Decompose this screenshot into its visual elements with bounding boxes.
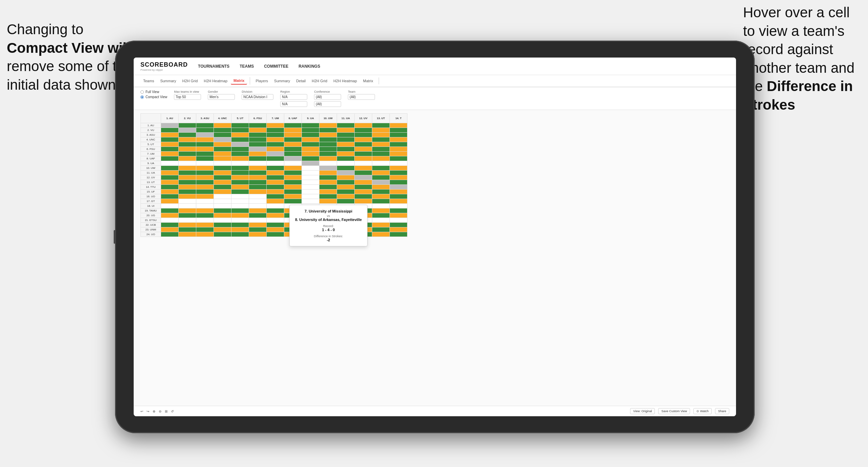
matrix-cell-14-0[interactable] (161, 190, 179, 194)
matrix-cell-6-3[interactable] (214, 152, 231, 156)
matrix-cell-2-4[interactable] (231, 133, 249, 137)
tab-h2h-heatmap1[interactable]: H2H Heatmap (201, 77, 230, 84)
matrix-cell-2-6[interactable] (267, 133, 284, 137)
matrix-cell-2-7[interactable] (284, 133, 302, 137)
matrix-cell-6-10[interactable] (337, 152, 355, 156)
matrix-cell-17-3[interactable] (214, 204, 231, 208)
matrix-cell-8-6[interactable] (267, 161, 284, 166)
matrix-cell-2-12[interactable] (372, 133, 390, 137)
matrix-cell-2-5[interactable] (249, 133, 267, 137)
matrix-cell-13-6[interactable] (267, 185, 284, 190)
tab-matrix1[interactable]: Matrix (231, 77, 247, 85)
matrix-cell-21-2[interactable] (196, 223, 214, 227)
matrix-cell-23-6[interactable] (267, 232, 284, 237)
matrix-cell-0-9[interactable] (319, 123, 337, 128)
matrix-cell-16-0[interactable] (161, 199, 179, 204)
matrix-cell-1-13[interactable] (390, 128, 407, 133)
matrix-cell-4-7[interactable] (284, 142, 302, 147)
matrix-cell-3-4[interactable] (231, 137, 249, 142)
matrix-cell-11-1[interactable] (179, 175, 196, 180)
matrix-cell-1-5[interactable] (249, 128, 267, 133)
tab-h2h-heatmap2[interactable]: H2H Heatmap (331, 77, 360, 84)
matrix-cell-22-2[interactable] (196, 227, 214, 232)
matrix-cell-3-12[interactable] (372, 137, 390, 142)
compact-view-radio[interactable] (140, 95, 144, 99)
matrix-cell-3-8[interactable] (302, 137, 319, 142)
matrix-cell-9-13[interactable] (390, 166, 407, 171)
matrix-cell-2-11[interactable] (355, 133, 372, 137)
matrix-cell-17-6[interactable] (267, 204, 284, 208)
matrix-cell-11-5[interactable] (249, 175, 267, 180)
matrix-cell-9-8[interactable] (302, 166, 319, 171)
matrix-cell-23-4[interactable] (231, 232, 249, 237)
matrix-cell-5-11[interactable] (355, 147, 372, 152)
matrix-cell-1-1[interactable] (179, 128, 196, 133)
matrix-cell-5-7[interactable] (284, 147, 302, 152)
matrix-cell-10-2[interactable] (196, 171, 214, 175)
matrix-cell-16-12[interactable] (372, 199, 390, 204)
matrix-cell-5-12[interactable] (372, 147, 390, 152)
matrix-cell-1-10[interactable] (337, 128, 355, 133)
matrix-cell-3-9[interactable] (319, 137, 337, 142)
matrix-cell-10-5[interactable] (249, 171, 267, 175)
matrix-cell-17-13[interactable] (390, 204, 407, 208)
matrix-cell-15-10[interactable] (337, 194, 355, 199)
matrix-cell-0-13[interactable] (390, 123, 407, 128)
matrix-cell-12-12[interactable] (372, 180, 390, 185)
matrix-cell-2-9[interactable] (319, 133, 337, 137)
matrix-cell-12-10[interactable] (337, 180, 355, 185)
matrix-cell-19-0[interactable] (161, 213, 179, 218)
matrix-cell-11-11[interactable] (355, 175, 372, 180)
matrix-cell-3-2[interactable] (196, 137, 214, 142)
matrix-cell-17-1[interactable] (179, 204, 196, 208)
matrix-cell-3-5[interactable] (249, 137, 267, 142)
matrix-cell-14-12[interactable] (372, 190, 390, 194)
matrix-cell-8-9[interactable] (319, 161, 337, 166)
matrix-cell-10-6[interactable] (267, 171, 284, 175)
matrix-cell-11-8[interactable] (302, 175, 319, 180)
matrix-cell-1-11[interactable] (355, 128, 372, 133)
matrix-cell-7-13[interactable] (390, 156, 407, 161)
matrix-cell-5-13[interactable] (390, 147, 407, 152)
matrix-cell-0-10[interactable] (337, 123, 355, 128)
view-original-button[interactable]: View: Original (630, 408, 655, 414)
matrix-cell-10-13[interactable] (390, 171, 407, 175)
matrix-cell-23-5[interactable] (249, 232, 267, 237)
toolbar-icon3[interactable]: ⊕ (153, 409, 155, 413)
toolbar-icon6[interactable]: ↺ (171, 409, 174, 413)
matrix-cell-13-9[interactable] (319, 185, 337, 190)
matrix-cell-6-12[interactable] (372, 152, 390, 156)
matrix-cell-2-8[interactable] (302, 133, 319, 137)
matrix-cell-4-1[interactable] (179, 142, 196, 147)
tab-h2h-grid2[interactable]: H2H Grid (309, 77, 330, 84)
matrix-cell-11-4[interactable] (231, 175, 249, 180)
matrix-cell-9-2[interactable] (196, 166, 214, 171)
save-custom-button[interactable]: Save Custom View (658, 408, 690, 414)
matrix-cell-7-8[interactable] (302, 156, 319, 161)
matrix-cell-4-2[interactable] (196, 142, 214, 147)
matrix-cell-15-9[interactable] (319, 194, 337, 199)
matrix-cell-15-13[interactable] (390, 194, 407, 199)
matrix-cell-0-12[interactable] (372, 123, 390, 128)
matrix-cell-22-3[interactable] (214, 227, 231, 232)
matrix-cell-12-8[interactable] (302, 180, 319, 185)
matrix-cell-4-11[interactable] (355, 142, 372, 147)
matrix-cell-11-3[interactable] (214, 175, 231, 180)
matrix-cell-7-5[interactable] (249, 156, 267, 161)
matrix-cell-1-0[interactable] (161, 128, 179, 133)
matrix-cell-7-10[interactable] (337, 156, 355, 161)
compact-view-option[interactable]: Compact View (140, 95, 167, 99)
matrix-cell-5-3[interactable] (214, 147, 231, 152)
matrix-cell-15-3[interactable] (214, 194, 231, 199)
full-view-option[interactable]: Full View (140, 90, 167, 94)
tab-players[interactable]: Players (253, 77, 271, 84)
matrix-cell-3-3[interactable] (214, 137, 231, 142)
matrix-cell-5-9[interactable] (319, 147, 337, 152)
matrix-cell-9-6[interactable] (267, 166, 284, 171)
matrix-cell-1-4[interactable] (231, 128, 249, 133)
matrix-cell-18-3[interactable] (214, 208, 231, 213)
matrix-cell-5-2[interactable] (196, 147, 214, 152)
matrix-cell-4-12[interactable] (372, 142, 390, 147)
matrix-cell-10-10[interactable] (337, 171, 355, 175)
matrix-cell-10-7[interactable] (284, 171, 302, 175)
